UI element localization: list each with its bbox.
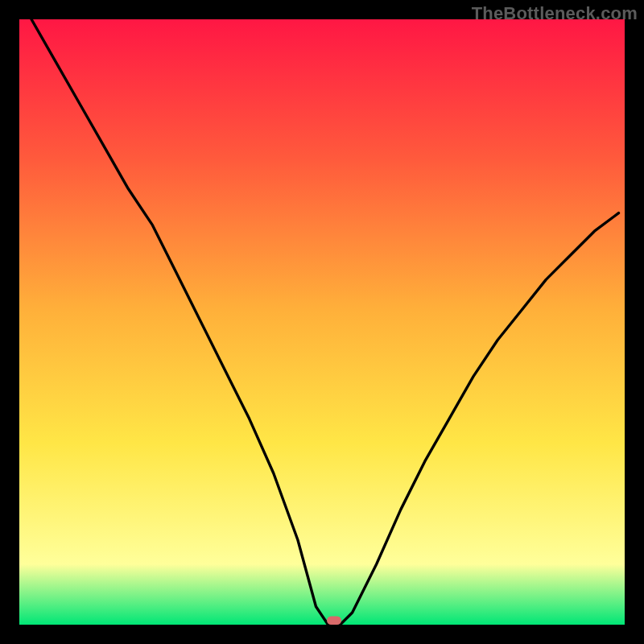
gradient-background [19, 19, 625, 625]
attribution-watermark: TheBottleneck.com [472, 3, 638, 24]
chart-svg [19, 19, 625, 625]
chart-frame: TheBottleneck.com [0, 0, 644, 644]
optimum-marker [327, 616, 341, 625]
plot-area [19, 19, 625, 625]
